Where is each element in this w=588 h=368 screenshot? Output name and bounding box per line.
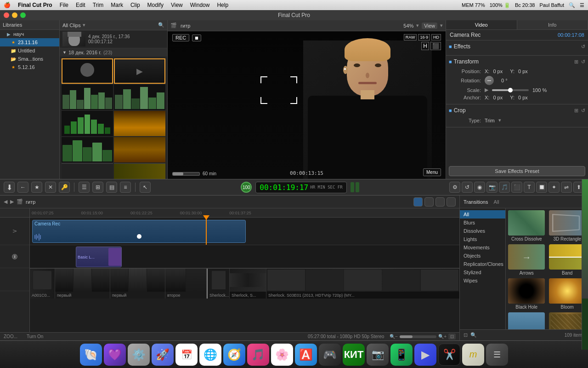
trans-cat-replicator[interactable]: Replicator/Clones xyxy=(460,260,505,268)
zoom-out-btn[interactable]: 🔍− xyxy=(390,334,398,339)
dock-mocha[interactable]: m xyxy=(462,344,484,366)
title-btn[interactable]: T xyxy=(524,182,535,193)
library-item-23-11-16[interactable]: ★ 23.11.16 xyxy=(0,38,59,46)
bottom-clip-perviy-1[interactable]: первый xyxy=(55,269,110,299)
timeline-btn-4[interactable] xyxy=(447,197,456,207)
bottom-clip-sherlock-3[interactable]: Sherlock. S03E01 (2013, HDTVrip 720p) (M… xyxy=(266,269,459,299)
zoom-fit-btn[interactable]: ⊡ xyxy=(448,334,456,339)
search-transitions-icon[interactable]: 🔍 xyxy=(470,332,477,338)
trans-cat-blurs[interactable]: Blurs xyxy=(460,218,505,227)
dock-unknown1[interactable]: 📷 xyxy=(367,344,389,366)
trans-cat-objects[interactable]: Objects xyxy=(460,252,505,260)
trans-cat-wipes[interactable]: Wipes xyxy=(460,276,505,285)
trans-cat-dissolves[interactable]: Dissolves xyxy=(460,227,505,235)
trim-menu[interactable]: Trim xyxy=(93,2,104,8)
featured-clip[interactable]: 4 дек. 2016 г., 17:36 00:00:17:12 xyxy=(60,30,167,48)
dock-safari[interactable]: 🧭 xyxy=(223,344,245,366)
stop-badge[interactable]: ⏹ xyxy=(192,34,201,41)
bottom-clip-vtoroe[interactable]: второе xyxy=(165,269,207,299)
dock-itunes[interactable]: 🎵 xyxy=(247,344,269,366)
section-triangle[interactable]: ▼ xyxy=(62,50,67,55)
trans-cat-stylized[interactable]: Stylized xyxy=(460,268,505,276)
effects-panel-btn[interactable]: ✦ xyxy=(548,182,560,193)
dock-whatsapp[interactable]: 📱 xyxy=(390,344,413,366)
dock-appstore[interactable]: 🅰️ xyxy=(295,344,317,366)
file-menu[interactable]: File xyxy=(60,2,68,8)
zoom-slider[interactable] xyxy=(400,335,436,338)
mark-menu[interactable]: Mark xyxy=(111,2,123,8)
clip-menu[interactable]: Clip xyxy=(130,2,140,8)
keyword-btn[interactable]: 🔑 xyxy=(59,182,70,193)
view-filmstrip-btn[interactable]: ▤ xyxy=(106,182,117,193)
timeline-btn-3[interactable] xyxy=(435,197,445,207)
trans-item-black-hole[interactable]: Black Hole xyxy=(508,278,546,310)
playhead[interactable] xyxy=(206,218,207,245)
bottom-clip-sherlock-1[interactable]: Sherlock... xyxy=(207,269,230,299)
scale-triangle[interactable]: ▶ xyxy=(485,87,488,93)
dock-calendar[interactable]: 📅 xyxy=(175,344,198,366)
dock-steam[interactable]: 🎮 xyxy=(319,344,341,366)
dock-launchpad[interactable]: 🚀 xyxy=(152,344,174,366)
save-effects-button[interactable]: Save Effects Preset xyxy=(449,166,585,176)
generator-btn[interactable]: 🔲 xyxy=(536,182,547,193)
trans-cat-movements[interactable]: Movements xyxy=(460,243,505,252)
next-timeline-btn[interactable]: ▶ xyxy=(10,199,14,205)
view-list-btn[interactable]: ☰ xyxy=(79,182,90,193)
dock-finder[interactable]: 🐚 xyxy=(80,344,102,366)
favorite-btn[interactable]: ★ xyxy=(31,182,42,193)
trans-item-3d-rect[interactable]: 3D Rectangle xyxy=(548,210,587,242)
settings-btn[interactable]: ⚙ xyxy=(449,182,460,193)
transitions-btn[interactable]: ⇌ xyxy=(561,182,572,193)
rec-button[interactable]: REC xyxy=(172,34,189,41)
audio-btn[interactable]: 🎵 xyxy=(499,182,510,193)
keyframe-marker[interactable] xyxy=(137,234,141,239)
video-clip-main[interactable]: Camera Rec xyxy=(32,220,246,243)
bottom-clip-perviy-2[interactable]: первый xyxy=(110,269,165,299)
clip-appearance-btn[interactable]: ≡ xyxy=(120,182,131,193)
clip-cell-1[interactable] xyxy=(62,58,113,84)
view-dropdown[interactable]: ▾ xyxy=(440,23,443,29)
prev-timeline-btn[interactable]: ◀ xyxy=(4,199,7,205)
library-item-smations[interactable]: 📂 Sma...tions xyxy=(0,55,59,63)
clip-cell-8[interactable] xyxy=(114,137,165,162)
clip-cell-4[interactable] xyxy=(114,85,165,110)
dock-extras[interactable]: ☰ xyxy=(486,344,508,366)
crop-reset[interactable]: ↺ xyxy=(581,108,585,114)
clip-cell-9[interactable] xyxy=(62,163,113,179)
close-button[interactable] xyxy=(4,12,9,18)
trans-item-8[interactable] xyxy=(548,312,587,329)
fullscreen-button[interactable] xyxy=(20,12,26,18)
modify-menu[interactable]: Modify xyxy=(147,2,164,8)
window-menu[interactable]: Window xyxy=(190,2,210,8)
control-center-icon[interactable]: ☰ xyxy=(580,2,584,8)
dock-fcp[interactable]: ✂️ xyxy=(438,344,460,366)
clip-cell-10[interactable] xyxy=(114,163,165,179)
search-menu-icon[interactable]: 🔍 xyxy=(569,2,575,8)
edit-menu[interactable]: Edit xyxy=(76,2,85,8)
timeline-btn-1[interactable] xyxy=(413,197,423,207)
audio-clip-main[interactable]: Basic L... ◀▶ xyxy=(76,247,122,267)
trans-item-arrows[interactable]: → Arrows xyxy=(508,244,546,276)
type-dropdown[interactable]: ▾ xyxy=(498,117,501,123)
window-controls[interactable] xyxy=(4,12,26,18)
view-menu[interactable]: View xyxy=(171,2,183,8)
timeline-btn-2[interactable] xyxy=(424,197,434,207)
library-item-untitled[interactable]: 📁 Untitled xyxy=(0,46,59,55)
bottom-clip-sherlock-2[interactable]: Sherlock, S... xyxy=(230,269,266,299)
reject-btn[interactable]: ✕ xyxy=(45,182,56,193)
undo-timeline-btn[interactable]: ↺ xyxy=(462,182,473,193)
dock-chrome[interactable]: 🌐 xyxy=(199,344,221,366)
dock-photos[interactable]: 🌸 xyxy=(271,344,293,366)
trans-item-bloom[interactable]: Bloom xyxy=(548,278,587,310)
zoom-dropdown[interactable]: ▾ xyxy=(416,23,419,29)
library-item-nauch[interactable]: ▶ науч xyxy=(0,30,59,38)
clip-cell-3[interactable] xyxy=(62,85,113,110)
trans-cat-lights[interactable]: Lights xyxy=(460,235,505,243)
scale-slider[interactable] xyxy=(492,89,529,91)
trans-item-band[interactable]: Band xyxy=(548,244,587,276)
add-to-timeline-btn[interactable]: ⬇ xyxy=(4,182,15,193)
browser-search-icon[interactable]: 🔍 xyxy=(158,22,164,28)
clip-cell-5[interactable] xyxy=(62,111,113,136)
minimize-button[interactable] xyxy=(12,12,17,18)
inspector-tab-info[interactable]: Info xyxy=(517,20,588,29)
